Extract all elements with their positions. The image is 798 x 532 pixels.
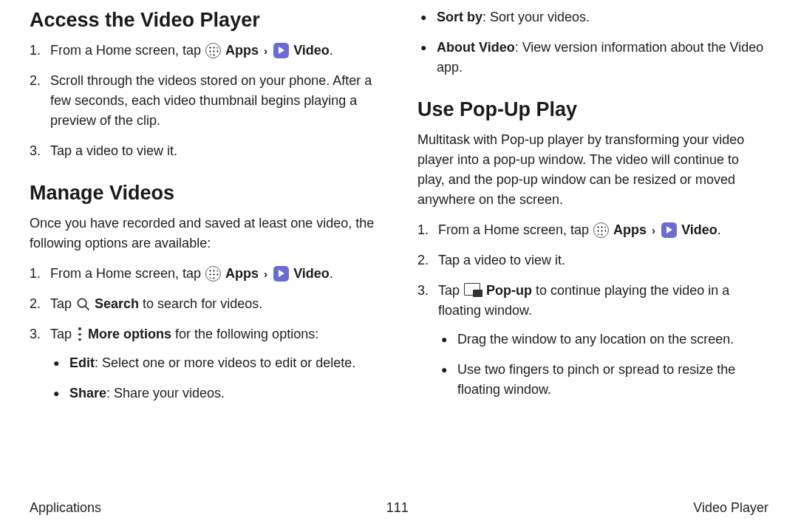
text: for the following options: [171,327,318,341]
apps-label: Apps [613,222,647,237]
step-number: 2. [417,250,438,270]
popup-steps: 1. From a Home screen, tap Apps › Video.… [417,220,768,410]
option-name: Sort by [437,10,482,24]
bullet-icon: ● [438,330,457,349]
apps-icon [593,222,609,238]
video-label: Video [681,222,717,237]
heading-access: Access the Video Player [30,9,381,32]
page-footer: Applications 111 Video Player [30,500,768,516]
apps-label: Apps [225,266,259,281]
step-number: 3. [417,281,438,410]
svg-line-1 [85,306,89,310]
text: to search for videos. [139,296,262,311]
video-label: Video [293,43,330,58]
step-body: From a Home screen, tap Apps › Video. [438,220,768,240]
apps-icon [205,43,221,58]
step-number: 1. [30,264,50,284]
manage-steps: 1. From a Home screen, tap Apps › Video.… [30,264,381,414]
step-body: Tap More options for the following optio… [50,324,381,414]
step-body: From a Home screen, tap Apps › Video. [50,264,381,284]
list-item: ● Drag the window to any location on the… [438,330,768,349]
video-icon [273,43,289,58]
step-body: Tap a video to view it. [438,250,768,270]
bullet-icon: ● [417,7,437,27]
step-number: 3. [30,324,50,414]
step-body: Tap Search to search for videos. [50,294,381,314]
list-item: 2. Tap Search to search for videos. [30,294,381,314]
bullet-body: Sort by: Sort your videos. [437,7,768,27]
list-item: ● Use two fingers to pinch or spread to … [438,360,768,400]
text: From a Home screen, tap [50,266,205,281]
option-name: Edit [69,355,95,370]
chevron-right-icon: › [264,44,267,57]
text: . [717,222,721,237]
more-options-label: More options [88,327,171,341]
bullet-body: Drag the window to any location on the s… [457,330,768,349]
bullet-icon: ● [438,360,457,400]
more-options-list: ● Edit: Select one or more videos to edi… [50,353,381,403]
search-label: Search [95,296,139,311]
text: . [330,266,333,281]
chevron-right-icon: › [264,267,267,280]
text: Tap [50,296,75,311]
text: From a Home screen, tap [50,43,205,58]
step-number: 3. [30,141,50,161]
option-name: About Video [437,40,515,55]
step-body: Tap Pop-up to continue playing the video… [438,281,768,410]
popup-intro: Multitask with Pop-up player by transfor… [417,130,768,210]
list-item: 3. Tap More options for the following op… [30,324,381,414]
footer-page-number: 111 [386,500,409,516]
bullet-icon: ● [50,353,69,373]
list-item: 1. From a Home screen, tap Apps › Video. [30,41,381,61]
step-body: From a Home screen, tap Apps › Video. [50,41,381,61]
text: Tap [438,283,463,298]
list-item: 3. Tap Pop-up to continue playing the vi… [417,281,768,410]
footer-section: Applications [30,500,101,516]
right-column: ● Sort by: Sort your videos. ● About Vid… [417,7,768,480]
option-name: Share [69,386,106,400]
bullet-icon: ● [417,38,437,78]
more-options-continued: ● Sort by: Sort your videos. ● About Vid… [417,7,768,78]
step-number: 1. [30,41,50,61]
heading-manage: Manage Videos [30,182,381,205]
bullet-body: About Video: View version information ab… [437,38,768,78]
popup-sublist: ● Drag the window to any location on the… [438,330,768,400]
chevron-right-icon: › [652,224,655,236]
text: : Share your videos. [106,386,225,400]
video-icon [273,266,289,282]
popup-icon [464,283,482,296]
step-number: 2. [30,294,50,314]
text: Tap [50,327,75,341]
step-body: Tap a video to view it. [50,141,381,161]
text: to continue playing the video in a float… [438,283,729,318]
text: : Sort your videos. [482,10,590,24]
more-options-icon [76,327,83,341]
bullet-body: Use two fingers to pinch or spread to re… [457,360,768,400]
heading-popup: Use Pop-Up Play [417,98,768,121]
list-item: ● About Video: View version information … [417,38,768,78]
access-steps: 1. From a Home screen, tap Apps › Video.… [30,41,381,161]
content-columns: Access the Video Player 1. From a Home s… [30,7,768,480]
list-item: ● Share: Share your videos. [50,383,381,403]
list-item: 1. From a Home screen, tap Apps › Video. [417,220,768,240]
apps-label: Apps [225,43,259,58]
list-item: ● Sort by: Sort your videos. [417,7,768,27]
left-column: Access the Video Player 1. From a Home s… [30,7,381,480]
search-icon [76,297,90,311]
step-number: 2. [30,71,50,131]
footer-topic: Video Player [693,500,768,516]
list-item: ● Edit: Select one or more videos to edi… [50,353,381,373]
list-item: 3. Tap a video to view it. [30,141,381,161]
bullet-body: Edit: Select one or more videos to edit … [69,353,381,373]
bullet-icon: ● [50,383,69,403]
video-label: Video [293,266,330,281]
bullet-body: Share: Share your videos. [69,383,381,403]
apps-icon [205,266,221,282]
text: : Select one or more videos to edit or d… [95,355,355,370]
text: . [330,43,333,58]
list-item: 2. Tap a video to view it. [417,250,768,270]
list-item: 1. From a Home screen, tap Apps › Video. [30,264,381,284]
step-body: Scroll through the videos stored on your… [50,71,381,131]
text: From a Home screen, tap [438,222,593,237]
step-number: 1. [417,220,438,240]
